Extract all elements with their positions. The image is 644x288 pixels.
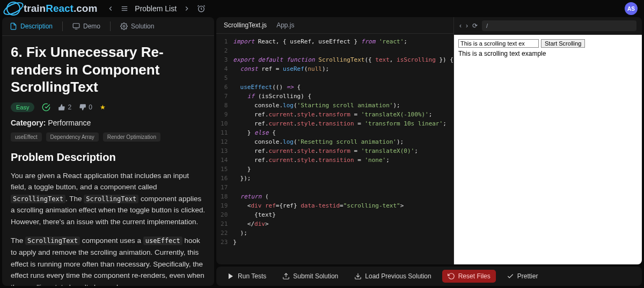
paragraph: The ScrollingText component uses a useEf… xyxy=(11,235,206,286)
likes-count: 2 xyxy=(68,104,71,111)
code-inline: ScrollingText xyxy=(25,237,80,245)
play-icon xyxy=(227,272,235,280)
submit-solution-button[interactable]: Submit Solution xyxy=(277,270,343,283)
prettier-label: Prettier xyxy=(517,272,538,280)
preview-back-icon[interactable]: ‹ xyxy=(459,22,462,29)
svg-marker-7 xyxy=(229,274,233,279)
svg-rect-4 xyxy=(73,24,79,28)
check-icon xyxy=(507,272,514,280)
nav-back-icon[interactable] xyxy=(107,5,114,12)
dislikes-count: 0 xyxy=(89,104,92,111)
file-tab[interactable]: App.js xyxy=(276,21,294,29)
tab-separator xyxy=(110,21,111,31)
preview-frame: Start Scrolling This is a scrolling text… xyxy=(454,35,642,264)
run-tests-button[interactable]: Run Tests xyxy=(222,270,272,283)
download-icon xyxy=(354,272,362,280)
run-tests-label: Run Tests xyxy=(238,272,266,280)
code-inline: ScrollingText xyxy=(11,195,65,203)
tab-demo-label: Demo xyxy=(83,23,100,30)
brand-part1: train xyxy=(24,3,46,14)
prettier-button[interactable]: Prettier xyxy=(501,270,544,283)
nav-forward-icon[interactable] xyxy=(183,5,191,12)
code-inline: ScrollingText xyxy=(84,195,138,203)
section-problem-description: Problem Description xyxy=(11,151,206,164)
tag[interactable]: useEffect xyxy=(11,132,42,142)
reset-label: Reset Files xyxy=(458,272,491,280)
star-icon[interactable]: ★ xyxy=(100,104,106,111)
solution-icon xyxy=(120,23,128,30)
avatar[interactable]: AS xyxy=(625,2,638,15)
brand-part2: React xyxy=(46,3,74,14)
problem-list-link[interactable]: Problem List xyxy=(135,4,177,13)
preview-start-button[interactable]: Start Scrolling xyxy=(541,39,585,48)
difficulty-badge: Easy xyxy=(11,102,34,112)
load-previous-button[interactable]: Load Previous Solution xyxy=(349,270,436,283)
paragraph: You are given a React application that i… xyxy=(11,170,206,228)
svg-point-6 xyxy=(123,25,125,27)
preview-refresh-icon[interactable]: ⟳ xyxy=(472,22,478,29)
timer-icon[interactable] xyxy=(197,4,206,13)
tab-solution[interactable]: Solution xyxy=(120,23,154,30)
dislikes[interactable]: 0 xyxy=(79,104,92,111)
preview-url-input[interactable] xyxy=(482,20,636,31)
tab-solution-label: Solution xyxy=(131,23,154,30)
reset-icon xyxy=(448,272,455,280)
upload-icon xyxy=(282,272,290,280)
tag[interactable]: Dependency Array xyxy=(46,132,99,142)
submit-label: Submit Solution xyxy=(293,272,338,280)
tab-demo[interactable]: Demo xyxy=(72,23,100,30)
code-inline: useEffect xyxy=(143,237,182,245)
tab-description-label: Description xyxy=(20,23,53,30)
brand-part3: .com xyxy=(74,3,97,14)
demo-icon xyxy=(72,23,80,30)
description-icon xyxy=(10,23,17,30)
code-editor[interactable]: 1234567891011121314151617181920212223 im… xyxy=(216,34,453,264)
load-label: Load Previous Solution xyxy=(365,272,431,280)
category-value: Performance xyxy=(48,119,91,127)
problem-title: 6. Fix Unnecessary Re-renders in Compone… xyxy=(11,43,206,96)
category: Category: Performance xyxy=(11,119,206,127)
reset-files-button[interactable]: Reset Files xyxy=(442,270,496,283)
preview-output-text: This is a scrolling text example xyxy=(458,50,638,57)
preview-forward-icon[interactable]: › xyxy=(466,22,468,29)
likes[interactable]: 2 xyxy=(58,104,71,111)
tab-description[interactable]: Description xyxy=(10,23,53,30)
category-label: Category: xyxy=(11,119,46,127)
preview-text-input[interactable] xyxy=(458,39,539,48)
solved-icon xyxy=(42,103,50,112)
tab-separator xyxy=(62,21,63,31)
react-icon xyxy=(6,2,20,16)
file-tab[interactable]: ScrollingText.js xyxy=(224,21,267,29)
menu-icon[interactable] xyxy=(121,5,128,12)
tag[interactable]: Render Optimization xyxy=(103,132,160,142)
brand-logo[interactable]: trainReact.com xyxy=(6,2,97,16)
